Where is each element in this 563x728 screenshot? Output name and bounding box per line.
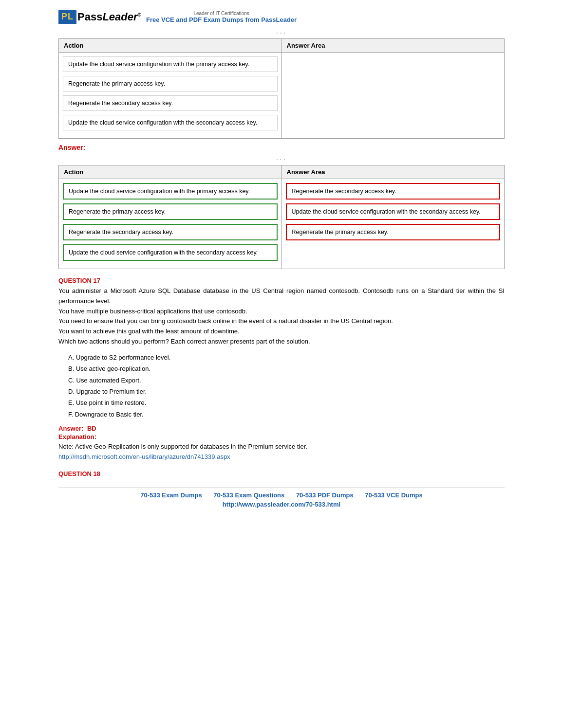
q17-line4: You want to achieve this goal with the l… xyxy=(58,328,240,335)
answer-answer-item-2[interactable]: Update the cloud service configuration w… xyxy=(286,203,501,220)
q17-option-a: A. Upgrade to S2 performance level. xyxy=(68,352,505,363)
q17-exp-line1: Note: Active Geo-Replication is only sup… xyxy=(58,443,307,450)
answer-table-row: Update the cloud service configuration w… xyxy=(59,179,505,269)
question17-label: QUESTION 17 xyxy=(58,277,505,284)
free-vce-text: Free VCE and PDF Exam Dumps from PassLea… xyxy=(146,16,297,23)
question18-label: QUESTION 18 xyxy=(58,470,505,477)
q17-answer-line: Answer: BD xyxy=(58,425,505,432)
q17-answer-label: Answer: xyxy=(58,425,83,432)
footer-link-2[interactable]: 70-533 Exam Questions xyxy=(213,491,284,499)
header: PL PassLeader® Leader of IT Certificatio… xyxy=(58,10,505,24)
answer-answer-items: Regenerate the secondary access key. Upd… xyxy=(282,179,505,248)
footer-link-1[interactable]: 70-533 Exam Dumps xyxy=(140,491,202,499)
q17-line2: You have multiple business-critical appl… xyxy=(58,308,247,315)
logo-reg: ® xyxy=(138,12,141,17)
header-right: Leader of IT Certifications Free VCE and… xyxy=(146,11,297,23)
answer-answer-item-3[interactable]: Regenerate the primary access key. xyxy=(286,224,501,240)
q17-option-d: D. Upgrade to Premium tier. xyxy=(68,386,505,397)
q17-explanation-label: Explanation: xyxy=(58,433,505,440)
action-item-3[interactable]: Regenerate the secondary access key. xyxy=(63,95,278,111)
action-item-4[interactable]: Update the cloud service configuration w… xyxy=(63,115,278,130)
footer-link-row: 70-533 Exam Dumps 70-533 Exam Questions … xyxy=(58,491,505,499)
q17-line5: Which two actions should you perform? Ea… xyxy=(58,338,310,345)
action-col-header: Action xyxy=(59,39,282,53)
answer-section-label: Answer: xyxy=(58,144,505,151)
question17-body: You administer a Microsoft Azure SQL Dat… xyxy=(58,286,505,347)
question-drag-table: Action Answer Area Update the cloud serv… xyxy=(58,38,505,139)
q17-line1: You administer a Microsoft Azure SQL Dat… xyxy=(58,287,505,305)
footer-url[interactable]: http://www.passleader.com/70-533.html xyxy=(58,501,505,508)
q17-option-b: B. Use active geo-replication. xyxy=(68,363,505,374)
q17-explanation-text: Note: Active Geo-Replication is only sup… xyxy=(58,442,505,462)
logo-text: PassLeader® xyxy=(77,11,141,23)
q17-exp-line2: http://msdn.microsoft.com/en-us/library/… xyxy=(58,453,230,460)
action-item-2[interactable]: Regenerate the primary access key. xyxy=(63,76,278,91)
answer-action-item-2[interactable]: Regenerate the primary access key. xyxy=(63,203,278,220)
action-items-list: Update the cloud service configuration w… xyxy=(59,53,282,138)
q17-option-e: E. Use point in time restore. xyxy=(68,397,505,408)
answer-action-items: Update the cloud service configuration w… xyxy=(59,179,282,269)
footer-link-4[interactable]: 70-533 VCE Dumps xyxy=(365,491,423,499)
footer: 70-533 Exam Dumps 70-533 Exam Questions … xyxy=(58,487,505,508)
dots-answer: ··· xyxy=(58,154,505,165)
answer-answer-cell: Regenerate the secondary access key. Upd… xyxy=(282,179,505,269)
answer-action-item-4[interactable]: Update the cloud service configuration w… xyxy=(63,244,278,261)
logo-box: PL xyxy=(58,10,76,24)
answer-answer-item-1[interactable]: Regenerate the secondary access key. xyxy=(286,183,501,200)
logo-pl: PL xyxy=(61,12,74,21)
q17-option-f: F. Downgrade to Basic tier. xyxy=(68,409,505,420)
q17-option-c: C. Use automated Export. xyxy=(68,375,505,386)
answer-area-cell xyxy=(282,53,505,139)
logo: PL PassLeader® xyxy=(58,10,141,24)
answer-action-col-header: Action xyxy=(59,165,282,179)
answer-drag-table: Action Answer Area Update the cloud serv… xyxy=(58,165,505,269)
logo-pass: Pass xyxy=(77,11,102,23)
answer-answer-col-header: Answer Area xyxy=(282,165,505,179)
q17-options: A. Upgrade to S2 performance level. B. U… xyxy=(68,352,505,420)
dots-top: ··· xyxy=(58,28,505,38)
tagline: Leader of IT Certifications xyxy=(146,11,297,16)
logo-leader: Leader xyxy=(102,11,137,23)
action-item-1[interactable]: Update the cloud service configuration w… xyxy=(63,56,278,72)
action-items-cell: Update the cloud service configuration w… xyxy=(59,53,282,139)
answer-action-item-1[interactable]: Update the cloud service configuration w… xyxy=(63,183,278,200)
answer-action-cell: Update the cloud service configuration w… xyxy=(59,179,282,269)
table-row: Update the cloud service configuration w… xyxy=(59,53,505,139)
answer-drop-zone[interactable] xyxy=(282,53,505,130)
footer-link-3[interactable]: 70-533 PDF Dumps xyxy=(296,491,354,499)
answer-action-item-3[interactable]: Regenerate the secondary access key. xyxy=(63,224,278,240)
q17-answer-value: BD xyxy=(87,425,96,432)
answer-col-header: Answer Area xyxy=(282,39,505,53)
q17-line3: You need to ensure that you can bring co… xyxy=(58,317,393,325)
